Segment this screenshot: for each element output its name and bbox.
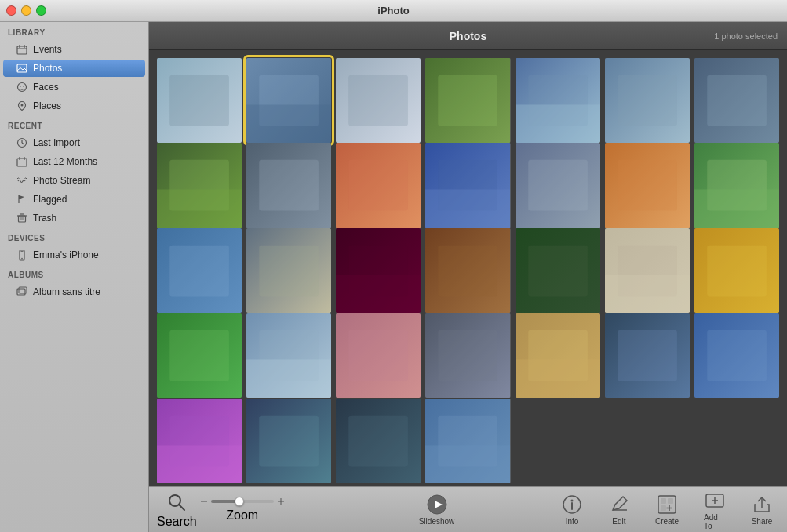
photo-thumb[interactable] [157,58,242,143]
sidebar-item-photo-stream[interactable]: Photo Stream [3,172,145,189]
add-to-button[interactable]: Add To [698,486,732,533]
albums-section-header: ALBUMS [0,264,148,282]
toolbar-center: Slideshow [314,490,559,529]
search-button[interactable]: Search [157,491,197,529]
last-import-label: Last Import [33,137,80,148]
faces-icon [16,81,28,93]
content-header: Photos 1 photo selected [149,22,787,50]
photo-thumb[interactable] [516,58,600,143]
sidebar-item-album-sans-titre[interactable]: Album sans titre [3,283,145,301]
photo-thumb[interactable] [425,313,510,398]
photo-thumb[interactable] [605,58,690,143]
photo-thumb[interactable] [157,228,242,313]
share-button[interactable]: Share [745,490,779,529]
photo-thumb[interactable] [246,143,331,228]
slideshow-icon [426,494,448,516]
sidebar-item-faces[interactable]: Faces [3,78,145,96]
photo-thumb[interactable] [157,399,242,483]
photo-thumb[interactable] [246,58,331,143]
svg-rect-0 [17,46,27,54]
svg-rect-32 [246,104,331,143]
maximize-button[interactable] [36,5,46,16]
sidebar: LIBRARY Events Photos Faces Places [0,22,149,532]
svg-rect-85 [439,330,498,381]
svg-rect-46 [157,190,242,228]
photo-thumb[interactable] [694,143,779,228]
toolbar: Search Zoom [149,486,787,532]
photo-thumb[interactable] [605,143,690,228]
svg-rect-62 [169,245,229,296]
svg-rect-53 [425,190,510,228]
svg-rect-34 [349,75,409,126]
photo-thumb[interactable] [336,143,421,228]
photo-thumb[interactable] [425,143,510,228]
svg-rect-29 [169,75,229,126]
library-section-header: LIBRARY [0,22,148,40]
svg-rect-90 [618,330,677,381]
events-icon [16,43,28,56]
sidebar-item-trash[interactable]: Trash [3,210,145,227]
zoom-slider[interactable] [211,500,274,503]
photo-thumb[interactable] [516,228,600,313]
svg-point-6 [18,83,27,92]
photo-thumb[interactable] [336,228,421,313]
zoom-out-icon [200,497,208,505]
svg-rect-67 [336,275,421,313]
close-button[interactable] [6,5,16,16]
svg-rect-78 [169,330,229,381]
photo-thumb[interactable] [157,143,242,228]
photo-thumb[interactable] [516,313,600,398]
svg-rect-88 [516,360,600,399]
photo-thumb[interactable] [336,399,421,483]
info-button[interactable]: Info [555,490,589,529]
photo-thumb[interactable] [246,313,331,398]
share-icon [751,494,773,516]
sidebar-item-last-import[interactable]: Last Import [3,134,145,151]
info-icon [561,494,583,516]
svg-rect-83 [349,330,409,381]
trash-label: Trash [33,213,56,224]
zoom-control[interactable]: Zoom [200,497,285,523]
edit-icon [608,494,630,516]
svg-rect-43 [707,75,767,126]
create-button[interactable]: Create [649,490,685,529]
window-controls [6,5,46,16]
flagged-label: Flagged [33,194,67,205]
photo-thumb[interactable] [694,58,779,143]
sidebar-item-photos[interactable]: Photos [3,60,145,77]
photo-thumb[interactable] [516,143,600,228]
sidebar-item-flagged[interactable]: Flagged [3,191,145,208]
photo-thumb[interactable] [425,228,510,313]
search-label: Search [157,515,197,529]
svg-rect-69 [439,245,498,296]
photo-thumb[interactable] [336,313,421,398]
photo-thumb[interactable] [694,313,779,398]
slideshow-button[interactable]: Slideshow [413,490,461,529]
svg-rect-102 [425,445,510,483]
minimize-button[interactable] [21,5,31,16]
svg-rect-105 [201,501,207,501]
photo-thumb[interactable] [246,399,331,483]
sidebar-item-places[interactable]: Places [3,97,145,115]
photos-icon [16,62,28,75]
photo-thumb[interactable] [425,399,510,483]
photo-thumb[interactable] [425,58,510,143]
search-icon [166,491,188,513]
photo-thumb[interactable] [157,313,242,398]
svg-rect-4 [17,64,27,72]
photo-stream-label: Photo Stream [33,175,90,186]
sidebar-item-events[interactable]: Events [3,41,145,58]
last-12-months-icon [16,155,28,168]
svg-rect-116 [668,498,673,504]
photo-thumb[interactable] [694,228,779,313]
photo-thumb[interactable] [605,228,690,313]
sidebar-item-emmas-iphone[interactable]: Emma's iPhone [3,246,145,264]
svg-point-111 [570,500,573,502]
svg-rect-99 [349,415,409,466]
photo-thumb[interactable] [246,228,331,313]
photo-thumb[interactable] [336,58,421,143]
faces-label: Faces [33,82,59,93]
sidebar-item-last-12-months[interactable]: Last 12 Months [3,153,145,170]
photo-thumb[interactable] [605,313,690,398]
edit-button[interactable]: Edit [602,490,636,529]
